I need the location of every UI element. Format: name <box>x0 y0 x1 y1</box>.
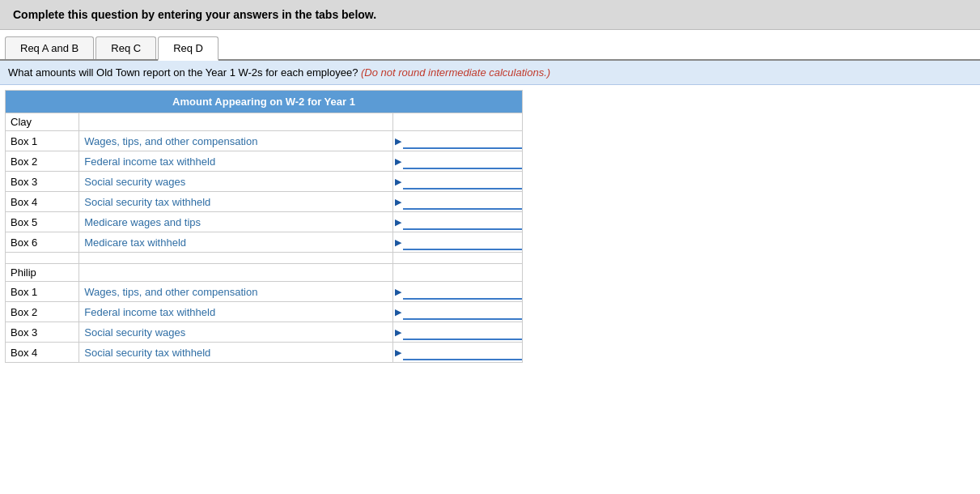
clay-box3-label: Box 3 <box>6 172 79 192</box>
philip-name-row: Philip <box>6 264 523 282</box>
clay-box4-desc: Social security tax withheld <box>79 192 393 212</box>
clay-box3-marker: ▶ <box>393 177 403 187</box>
clay-box3-input[interactable] <box>403 173 522 190</box>
spacer-row <box>6 253 523 264</box>
clay-box5-desc: Medicare wages and tips <box>79 212 393 232</box>
philip-box3-desc: Social security wages <box>79 322 393 343</box>
clay-box2-row: Box 2 Federal income tax withheld ▶ <box>6 151 523 172</box>
philip-box4-marker: ▶ <box>393 347 403 358</box>
instruction-bar: Complete this question by entering your … <box>0 0 980 30</box>
philip-box1-row: Box 1 Wages, tips, and other compensatio… <box>6 282 523 302</box>
philip-box1-input-cell: ▶ <box>393 282 523 302</box>
philip-box3-input[interactable] <box>403 324 522 340</box>
tab-req-c[interactable]: Req C <box>95 36 156 59</box>
clay-name-desc <box>79 113 393 131</box>
philip-box3-label: Box 3 <box>6 322 79 343</box>
clay-name-label: Clay <box>6 113 79 131</box>
clay-name-row: Clay <box>6 113 523 131</box>
question-note: (Do not round intermediate calculations.… <box>361 66 550 79</box>
clay-box6-input-cell: ▶ <box>393 232 523 253</box>
question-bar: What amounts will Old Town report on the… <box>0 61 980 85</box>
clay-box6-desc: Medicare tax withheld <box>79 232 393 253</box>
clay-box2-label: Box 2 <box>6 151 79 172</box>
clay-box2-marker: ▶ <box>393 156 403 167</box>
w2-table: Amount Appearing on W-2 for Year 1 Clay … <box>5 90 523 363</box>
philip-name-label: Philip <box>6 264 79 282</box>
clay-box2-desc: Federal income tax withheld <box>79 151 393 172</box>
philip-box3-input-cell: ▶ <box>393 322 523 343</box>
clay-box5-input[interactable] <box>403 214 522 230</box>
philip-box2-label: Box 2 <box>6 302 79 322</box>
clay-box6-label: Box 6 <box>6 232 79 253</box>
clay-box5-input-cell: ▶ <box>393 212 523 232</box>
philip-box4-row: Box 4 Social security tax withheld ▶ <box>6 343 523 363</box>
clay-box1-input[interactable] <box>403 133 522 149</box>
clay-box3-desc: Social security wages <box>79 172 393 192</box>
clay-box4-input-cell: ▶ <box>393 192 523 212</box>
tab-req-d[interactable]: Req D <box>158 36 218 61</box>
philip-box1-input[interactable] <box>403 283 522 300</box>
philip-box1-label: Box 1 <box>6 282 79 302</box>
philip-box4-label: Box 4 <box>6 343 79 363</box>
clay-box1-desc: Wages, tips, and other compensation <box>79 131 393 151</box>
clay-box1-marker: ▶ <box>393 136 403 147</box>
philip-box3-marker: ▶ <box>393 327 403 338</box>
tabs-row: Req A and B Req C Req D <box>0 30 980 61</box>
clay-box5-row: Box 5 Medicare wages and tips ▶ <box>6 212 523 232</box>
table-wrapper: Amount Appearing on W-2 for Year 1 Clay … <box>0 85 980 368</box>
clay-box3-input-cell: ▶ <box>393 172 523 192</box>
philip-box2-desc: Federal income tax withheld <box>79 302 393 322</box>
clay-name-input-col <box>393 113 523 131</box>
clay-box1-input-cell: ▶ <box>393 131 523 151</box>
philip-name-input-col <box>393 264 523 282</box>
philip-box2-input-cell: ▶ <box>393 302 523 322</box>
spacer-col2 <box>79 253 393 264</box>
clay-box6-input[interactable] <box>403 234 522 250</box>
clay-box4-marker: ▶ <box>393 197 403 207</box>
philip-box1-marker: ▶ <box>393 287 403 297</box>
philip-box2-input[interactable] <box>403 304 522 320</box>
spacer-col3 <box>393 253 523 264</box>
philip-box4-desc: Social security tax withheld <box>79 343 393 363</box>
philip-box2-row: Box 2 Federal income tax withheld ▶ <box>6 302 523 322</box>
philip-box4-input[interactable] <box>403 344 522 360</box>
clay-box3-row: Box 3 Social security wages ▶ <box>6 172 523 192</box>
clay-box1-label: Box 1 <box>6 131 79 151</box>
philip-box3-row: Box 3 Social security wages ▶ <box>6 322 523 343</box>
clay-box6-row: Box 6 Medicare tax withheld ▶ <box>6 232 523 253</box>
clay-box4-label: Box 4 <box>6 192 79 212</box>
philip-box1-desc: Wages, tips, and other compensation <box>79 282 393 302</box>
clay-box5-label: Box 5 <box>6 212 79 232</box>
philip-box2-marker: ▶ <box>393 307 403 317</box>
clay-box1-row: Box 1 Wages, tips, and other compensatio… <box>6 131 523 151</box>
clay-box4-input[interactable] <box>403 194 522 210</box>
table-header-cell: Amount Appearing on W-2 for Year 1 <box>6 91 523 113</box>
clay-box5-marker: ▶ <box>393 217 403 228</box>
tab-req-a-b[interactable]: Req A and B <box>5 36 94 59</box>
clay-box2-input[interactable] <box>403 153 522 169</box>
philip-box4-input-cell: ▶ <box>393 343 523 363</box>
spacer-col1 <box>6 253 79 264</box>
table-header-row: Amount Appearing on W-2 for Year 1 <box>6 91 523 113</box>
philip-name-desc <box>79 264 393 282</box>
clay-box2-input-cell: ▶ <box>393 151 523 172</box>
clay-box4-row: Box 4 Social security tax withheld ▶ <box>6 192 523 212</box>
clay-box6-marker: ▶ <box>393 237 403 248</box>
question-text: What amounts will Old Town report on the… <box>8 66 358 79</box>
